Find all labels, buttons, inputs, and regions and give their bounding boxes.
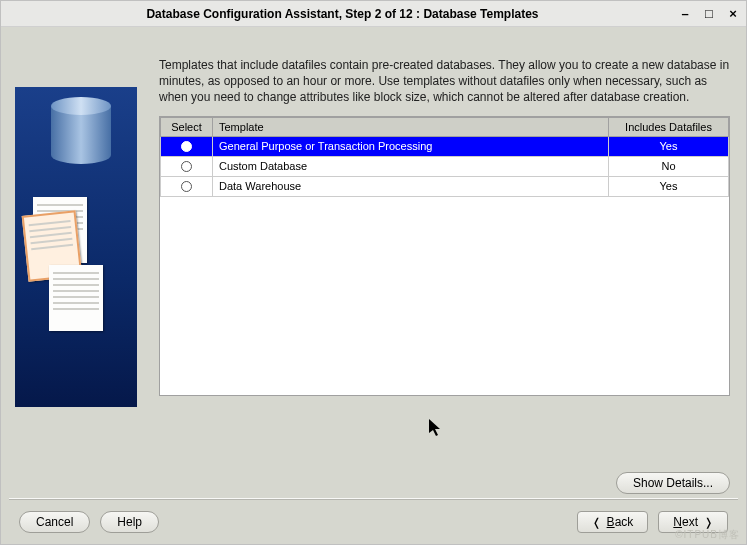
row-includes-cell: No xyxy=(609,156,729,176)
maximize-button[interactable]: □ xyxy=(702,7,716,21)
wizard-graphic-box xyxy=(15,87,137,407)
step-description: Templates that include datafiles contain… xyxy=(159,57,730,106)
table-header-row: Select Template Includes Datafiles xyxy=(161,117,729,136)
back-button[interactable]: ❬ Back xyxy=(577,511,649,533)
row-includes-cell: Yes xyxy=(609,136,729,156)
cancel-button[interactable]: Cancel xyxy=(19,511,90,533)
row-select-cell[interactable] xyxy=(161,156,213,176)
template-table-container: Select Template Includes Datafiles Gener… xyxy=(159,116,730,396)
radio-button[interactable] xyxy=(181,141,192,152)
column-includes: Includes Datafiles xyxy=(609,117,729,136)
footer-bar: Cancel Help ❬ Back Next ❭ xyxy=(1,500,746,544)
radio-button[interactable] xyxy=(181,161,192,172)
window-frame: Database Configuration Assistant, Step 2… xyxy=(0,0,747,545)
row-select-cell[interactable] xyxy=(161,176,213,196)
row-includes-cell: Yes xyxy=(609,176,729,196)
row-select-cell[interactable] xyxy=(161,136,213,156)
help-button[interactable]: Help xyxy=(100,511,159,533)
minimize-button[interactable]: – xyxy=(678,7,692,21)
upper-row: Templates that include datafiles contain… xyxy=(1,27,746,464)
column-select: Select xyxy=(161,117,213,136)
window-controls: – □ × xyxy=(678,7,740,21)
watermark-text: ©ITPUB博客 xyxy=(675,528,740,542)
chevron-left-icon: ❬ xyxy=(592,516,601,529)
database-cylinder-icon xyxy=(51,97,111,167)
close-button[interactable]: × xyxy=(726,7,740,21)
radio-button[interactable] xyxy=(181,181,192,192)
content-area: Templates that include datafiles contain… xyxy=(1,27,746,544)
table-row[interactable]: Data WarehouseYes xyxy=(161,176,729,196)
document-icon xyxy=(49,265,103,331)
show-details-button[interactable]: Show Details... xyxy=(616,472,730,494)
row-template-cell: Custom Database xyxy=(213,156,609,176)
main-panel: Templates that include datafiles contain… xyxy=(151,57,746,464)
table-row[interactable]: Custom DatabaseNo xyxy=(161,156,729,176)
column-template: Template xyxy=(213,117,609,136)
table-row[interactable]: General Purpose or Transaction Processin… xyxy=(161,136,729,156)
wizard-side-graphic xyxy=(1,57,151,464)
details-row: Show Details... xyxy=(1,464,746,498)
template-table: Select Template Includes Datafiles Gener… xyxy=(160,117,729,197)
row-template-cell: General Purpose or Transaction Processin… xyxy=(213,136,609,156)
window-title: Database Configuration Assistant, Step 2… xyxy=(7,7,678,21)
chevron-right-icon: ❭ xyxy=(704,516,713,529)
titlebar: Database Configuration Assistant, Step 2… xyxy=(1,1,746,27)
row-template-cell: Data Warehouse xyxy=(213,176,609,196)
